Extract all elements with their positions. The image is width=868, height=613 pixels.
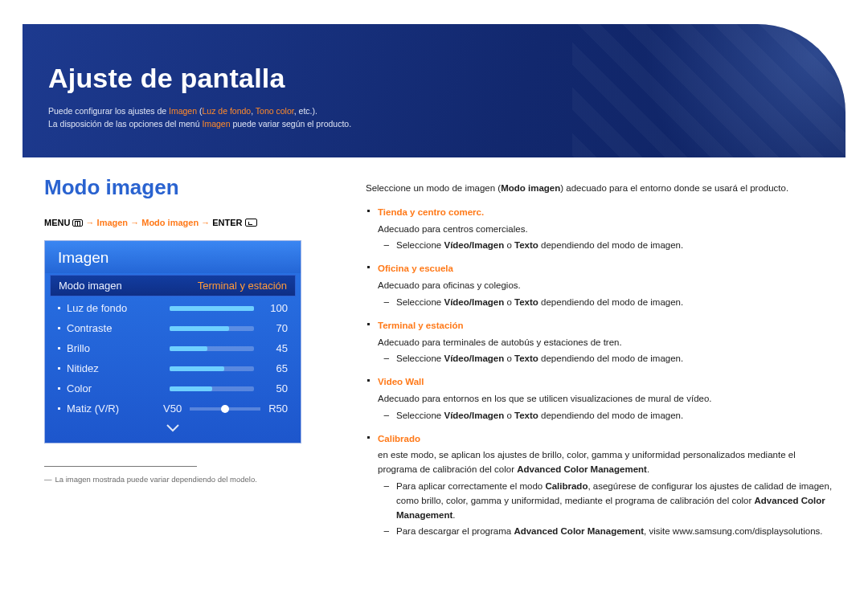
osd-slider-row[interactable]: Nitidez65 [45,358,301,378]
menu-path: MENU → Imagen → Modo imagen → ENTER [44,218,309,227]
slider[interactable] [170,326,254,331]
enter-icon [245,219,257,227]
bullet-icon [367,436,370,439]
banner-line1: Puede configurar los ajustes de Imagen (… [48,105,820,118]
intro-text: Seleccione un modo de imagen (Modo image… [366,182,836,196]
matiz-slider[interactable] [190,407,260,411]
slider[interactable] [170,366,254,371]
bullet-icon [367,379,370,382]
osd-highlight-label: Modo imagen [59,280,198,292]
osd-highlight-value: Terminal y estación [198,280,287,292]
mode-block: Video WallAdecuado para entornos en los … [366,375,836,423]
footnote: ―La imagen mostrada puede variar dependi… [44,475,309,484]
left-column: Modo imagen MENU → Imagen → Modo imagen … [44,175,309,548]
osd-highlight-row[interactable]: Modo imagen Terminal y estación [50,275,296,296]
slider-value: 100 [264,302,288,314]
slider-value: 70 [264,322,288,334]
slider[interactable] [170,306,254,311]
section-title: Modo imagen [44,175,309,200]
slider-value: 65 [264,362,288,374]
banner: Ajuste de pantalla Puede configurar los … [23,24,845,157]
osd-slider-row[interactable]: Luz de fondo100 [45,298,301,318]
osd-matiz-row[interactable]: Matiz (V/R) V50 R50 [45,398,301,419]
page-title: Ajuste de pantalla [48,63,820,94]
bullet-icon [367,266,370,268]
bullet-icon [367,210,370,212]
slider[interactable] [170,386,254,391]
page: Ajuste de pantalla Puede configurar los … [0,0,868,613]
content: Modo imagen MENU → Imagen → Modo imagen … [44,175,836,548]
osd-rows: Luz de fondo100Contraste70Brillo45Nitide… [45,298,301,398]
osd-slider-row[interactable]: Brillo45 [45,338,301,358]
mode-block: Tienda y centro comerc.Adecuado para cen… [366,206,836,253]
modes-list: Tienda y centro comerc.Adecuado para cen… [366,206,836,423]
menu-icon [72,219,83,227]
bullet-icon [367,323,370,325]
divider [44,466,197,467]
mode-calibrado: Calibrado en este modo, se aplican los a… [366,432,836,540]
osd-slider-row[interactable]: Contraste70 [45,318,301,338]
banner-line2: La disposición de las opciones del menú … [48,118,820,131]
slider-value: 45 [264,342,288,354]
slider[interactable] [170,346,254,351]
right-column: Seleccione un modo de imagen (Modo image… [309,175,836,548]
mode-block: Oficina y escuelaAdecuado para oficinas … [366,262,836,309]
slider-value: 50 [264,382,288,394]
chevron-down-icon [166,423,180,433]
osd-slider-row[interactable]: Color50 [45,378,301,398]
osd-panel: Imagen Modo imagen Terminal y estación L… [44,240,301,443]
mode-block: Terminal y estaciónAdecuado para termina… [366,319,836,366]
osd-header: Imagen [45,241,301,273]
osd-scroll-down[interactable] [45,419,301,443]
